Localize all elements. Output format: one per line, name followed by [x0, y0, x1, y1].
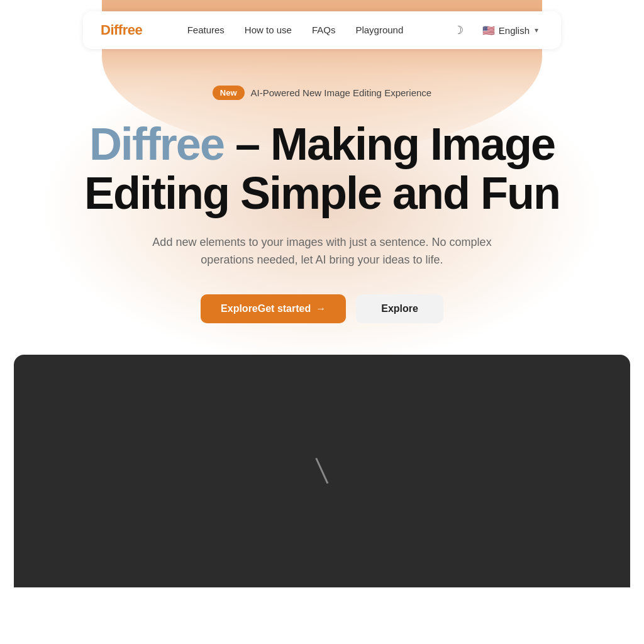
nav-links: Features How to use FAQs Playground — [187, 25, 404, 36]
chevron-down-icon: ▾ — [535, 26, 538, 35]
hero-subtitle: Add new elements to your images with jus… — [133, 233, 511, 270]
get-started-button[interactable]: ExploreGet started → — [201, 294, 346, 323]
hero-title-diffree: Diffree — [89, 119, 224, 169]
nav-item-features[interactable]: Features — [187, 25, 225, 36]
language-label: English — [499, 25, 530, 36]
get-started-label: ExploreGet started — [221, 303, 311, 314]
badge-description: AI-Powered New Image Editing Experience — [251, 87, 432, 98]
nav-right: ☽ 🇺🇸 English ▾ — [448, 20, 543, 40]
arrow-icon: → — [316, 303, 326, 314]
nav-item-playground[interactable]: Playground — [355, 25, 403, 36]
hero-title-rest: – Making Image — [224, 119, 555, 169]
language-selector[interactable]: 🇺🇸 English ▾ — [477, 22, 543, 39]
navbar: Diffree Features How to use FAQs Playgro… — [83, 11, 561, 49]
loading-indicator: \ — [313, 452, 332, 490]
nav-item-how-to-use[interactable]: How to use — [245, 25, 292, 36]
hero-title-line2: Editing Simple and Fun — [84, 168, 560, 218]
badge-new-label: New — [213, 86, 245, 100]
flag-icon: 🇺🇸 — [482, 25, 495, 36]
dark-mode-button[interactable]: ☽ — [448, 20, 469, 40]
logo[interactable]: Diffree — [101, 22, 142, 38]
hero-title: Diffree – Making Image Editing Simple an… — [13, 120, 631, 218]
moon-icon: ☽ — [453, 23, 464, 37]
badge: New AI-Powered New Image Editing Experie… — [213, 86, 431, 100]
hero-section: New AI-Powered New Image Editing Experie… — [0, 60, 644, 323]
explore-label: Explore — [381, 303, 418, 314]
nav-item-faqs[interactable]: FAQs — [312, 25, 336, 36]
preview-area: \ — [14, 355, 630, 587]
explore-button[interactable]: Explore — [356, 294, 443, 323]
hero-buttons: ExploreGet started → Explore — [13, 294, 631, 323]
